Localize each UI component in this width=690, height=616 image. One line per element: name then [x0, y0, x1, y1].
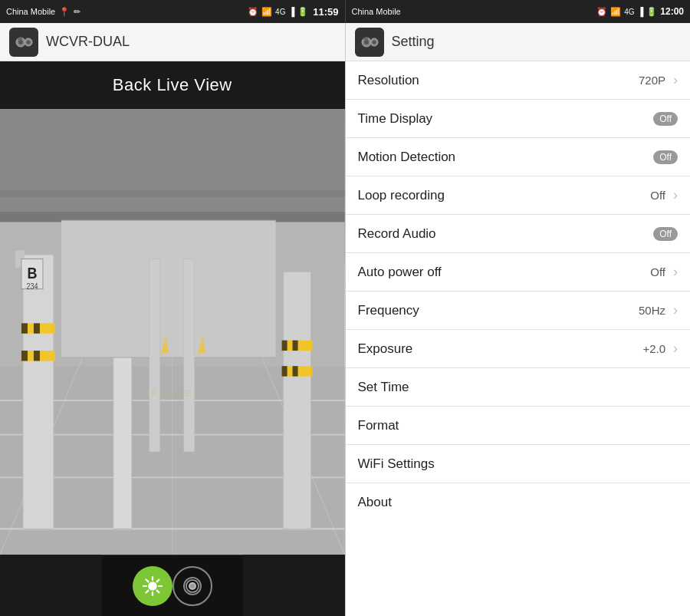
svg-line-55: [146, 590, 148, 592]
right-alarm-icon: ⏰: [596, 7, 607, 17]
right-status-bar: China Mobile ⏰ 📶 4G ▐ 🔋 12:00: [345, 0, 691, 23]
settings-label-2: Motion Detection: [358, 150, 456, 165]
settings-label-4: Record Audio: [358, 226, 436, 242]
svg-text:B: B: [27, 265, 37, 282]
settings-value-6: 50Hz›: [639, 302, 678, 318]
svg-line-54: [156, 590, 159, 592]
left-app-header: WCVR-DUAL: [0, 23, 345, 61]
svg-rect-28: [34, 323, 40, 333]
settings-row-9[interactable]: Format: [346, 407, 691, 445]
settings-row-10[interactable]: WiFi Settings: [346, 445, 691, 483]
svg-rect-34: [293, 341, 298, 351]
svg-point-1: [18, 40, 23, 44]
svg-rect-9: [363, 38, 368, 40]
settings-row-1[interactable]: Time DisplayOff: [346, 100, 691, 138]
settings-label-1: Time Display: [358, 111, 433, 127]
svg-point-48: [149, 582, 156, 590]
svg-point-8: [372, 40, 376, 44]
value-text-6: 50Hz: [639, 304, 665, 317]
right-app-header: Setting: [345, 23, 691, 61]
svg-rect-27: [21, 323, 28, 333]
settings-row-6[interactable]: Frequency50Hz›: [346, 292, 691, 330]
toggle-2[interactable]: Off: [653, 150, 678, 164]
svg-rect-4: [18, 38, 22, 40]
settings-label-3: Loop recording: [358, 188, 445, 203]
settings-row-7[interactable]: Exposure+2.0›: [346, 330, 691, 368]
settings-label-0: Resolution: [358, 73, 419, 88]
settings-row-11[interactable]: About: [346, 483, 691, 522]
right-app-title: Setting: [392, 34, 435, 50]
value-text-5: Off: [650, 265, 665, 278]
settings-label-5: Auto power off: [358, 265, 442, 280]
settings-panel: Resolution720P›Time DisplayOffMotion Det…: [345, 61, 691, 616]
svg-rect-31: [34, 351, 40, 361]
svg-point-6: [364, 40, 369, 44]
camera-button[interactable]: [172, 566, 212, 606]
settings-row-4[interactable]: Record AudioOff: [346, 215, 691, 253]
camera-preview: B 234 F-ACE: [0, 109, 345, 555]
settings-value-5: Off›: [650, 264, 678, 280]
right-carrier: China Mobile: [352, 7, 401, 16]
bottom-toolbar: [102, 555, 243, 616]
svg-text:234: 234: [26, 282, 38, 291]
settings-row-0[interactable]: Resolution720P›: [346, 61, 691, 100]
svg-rect-36: [282, 366, 288, 376]
right-signal-icon: ▐: [638, 7, 644, 16]
left-time: 11:59: [313, 6, 338, 18]
right-wifi-icon: 📶: [610, 7, 621, 17]
right-time: 12:00: [660, 6, 684, 17]
back-live-view-button[interactable]: Back Live View: [113, 61, 232, 109]
left-panel: Back Live View: [0, 61, 345, 616]
app-icon-right: [355, 28, 384, 57]
settings-value-2: Off: [653, 150, 678, 164]
svg-rect-44: [150, 259, 160, 452]
left-status-bar: China Mobile 📍 ✏ ⏰ 📶 4G ▐ 🔋 11:59: [0, 0, 345, 23]
alarm-icon: ⏰: [248, 7, 258, 17]
edit-icon: ✏: [74, 7, 80, 17]
chevron-icon-6: ›: [673, 302, 678, 318]
left-app-title: WCVR-DUAL: [46, 34, 130, 50]
right-battery-icon: 🔋: [646, 7, 657, 17]
settings-label-7: Exposure: [358, 341, 413, 357]
settings-row-2[interactable]: Motion DetectionOff: [346, 138, 691, 176]
signal-bars-icon: ▐: [288, 7, 294, 16]
4g-icon: 4G: [275, 8, 285, 16]
wifi-icon: 📶: [261, 7, 272, 17]
svg-point-60: [190, 584, 195, 588]
settings-label-9: Format: [358, 418, 399, 433]
settings-label-8: Set Time: [358, 380, 409, 395]
svg-rect-41: [61, 220, 276, 357]
svg-point-3: [27, 40, 31, 44]
location-icon: 📍: [59, 7, 70, 17]
svg-rect-33: [282, 341, 288, 351]
settings-row-5[interactable]: Auto power offOff›: [346, 253, 691, 292]
settings-button[interactable]: [133, 566, 172, 606]
chevron-icon-0: ›: [673, 72, 678, 88]
svg-rect-11: [0, 109, 345, 220]
svg-rect-45: [184, 259, 195, 452]
chevron-icon-7: ›: [673, 341, 678, 357]
settings-value-0: 720P›: [639, 72, 678, 88]
svg-line-53: [146, 579, 148, 581]
settings-row-3[interactable]: Loop recordingOff›: [346, 176, 691, 215]
svg-rect-24: [284, 272, 311, 529]
toggle-1[interactable]: Off: [653, 112, 678, 126]
toggle-4[interactable]: Off: [653, 227, 678, 241]
settings-value-7: +2.0›: [642, 341, 678, 357]
svg-rect-37: [293, 366, 298, 376]
value-text-0: 720P: [639, 74, 665, 87]
settings-value-3: Off›: [650, 187, 678, 203]
value-text-3: Off: [650, 189, 665, 202]
app-icon-left: [9, 28, 38, 57]
settings-label-6: Frequency: [358, 303, 419, 318]
svg-rect-13: [0, 190, 345, 197]
settings-value-4: Off: [653, 227, 678, 241]
left-carrier: China Mobile: [6, 7, 55, 16]
right-4g-icon: 4G: [624, 8, 634, 16]
settings-value-1: Off: [653, 112, 678, 126]
settings-row-8[interactable]: Set Time: [346, 368, 691, 407]
settings-label-11: About: [358, 495, 392, 510]
settings-label-10: WiFi Settings: [358, 456, 435, 472]
svg-rect-30: [21, 351, 28, 361]
svg-rect-22: [23, 255, 54, 529]
